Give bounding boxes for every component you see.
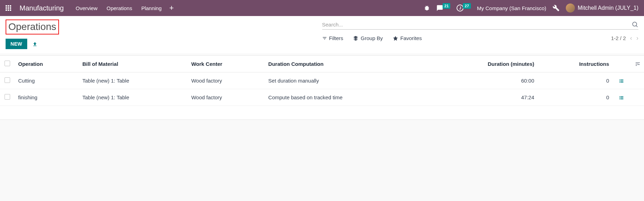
pager: 1-2 / 2 ‹ › <box>611 34 638 42</box>
svg-rect-5 <box>620 81 623 82</box>
user-name: Mitchell Admin (JULY_1) <box>578 5 638 11</box>
table-header-row: Operation Bill of Material Work Center D… <box>0 56 644 72</box>
avatar <box>566 3 575 13</box>
svg-rect-8 <box>619 96 620 97</box>
svg-rect-10 <box>619 98 620 98</box>
col-durcomp[interactable]: Duration Computation <box>265 56 429 72</box>
favorites-button[interactable]: Favorites <box>393 35 422 41</box>
activities-badge: 27 <box>463 3 471 9</box>
col-check-all[interactable] <box>0 56 15 72</box>
cell-durcomp: Compute based on tracked time <box>265 89 429 106</box>
navbar-left: Manufacturing Overview Operations Planni… <box>6 3 174 13</box>
col-instructions[interactable]: Instructions <box>538 56 613 72</box>
control-panel: Operations NEW Filters Group By <box>0 16 644 53</box>
svg-rect-12 <box>619 99 620 99</box>
pager-next-icon[interactable]: › <box>636 34 638 42</box>
filters-label: Filters <box>329 35 343 41</box>
cell-instructions: 0 <box>538 72 613 89</box>
navbar-right: 21 J 27 My Company (San Francisco) Mitch… <box>424 3 638 13</box>
checkbox-icon[interactable] <box>5 77 10 83</box>
search-row <box>322 20 639 30</box>
plus-icon[interactable]: + <box>169 4 174 12</box>
cell-duration: 60:00 <box>429 72 538 89</box>
col-bom[interactable]: Bill of Material <box>79 56 188 72</box>
cell-operation: Cutting <box>15 72 79 89</box>
filter-row: Filters Group By Favorites 1-2 / 2 ‹ › <box>322 34 639 42</box>
cell-instructions: 0 <box>538 89 613 106</box>
new-button[interactable]: NEW <box>6 39 27 49</box>
user-menu[interactable]: Mitchell Admin (JULY_1) <box>566 3 638 13</box>
table-spacer <box>0 106 644 119</box>
favorites-label: Favorites <box>400 35 422 41</box>
cell-workcenter: Wood factory <box>188 89 265 106</box>
svg-rect-13 <box>620 99 623 99</box>
svg-rect-6 <box>619 82 620 83</box>
col-settings[interactable] <box>630 56 644 72</box>
messages-badge: 21 <box>443 3 450 9</box>
list-icon[interactable] <box>619 94 624 100</box>
svg-rect-11 <box>620 98 623 98</box>
list-view: Operation Bill of Material Work Center D… <box>0 55 644 120</box>
checkbox-icon[interactable] <box>5 61 10 66</box>
search-icon[interactable] <box>631 21 638 28</box>
cell-workcenter: Wood factory <box>188 72 265 89</box>
page-title: Operations <box>6 20 59 34</box>
col-duration[interactable]: Duration (minutes) <box>429 56 538 72</box>
nav-planning[interactable]: Planning <box>140 3 163 13</box>
svg-rect-2 <box>619 79 620 80</box>
clock-icon: J <box>457 5 464 11</box>
nav-overview[interactable]: Overview <box>74 3 99 13</box>
operations-table: Operation Bill of Material Work Center D… <box>0 56 644 120</box>
pager-prev-icon[interactable]: ‹ <box>630 34 632 42</box>
col-operation[interactable]: Operation <box>15 56 79 72</box>
cell-duration: 47:24 <box>429 89 538 106</box>
groupby-label: Group By <box>361 35 383 41</box>
cell-durcomp: Set duration manually <box>265 72 429 89</box>
bug-icon[interactable] <box>424 5 430 11</box>
cp-right: Filters Group By Favorites 1-2 / 2 ‹ › <box>322 20 639 49</box>
search-input[interactable] <box>322 22 632 28</box>
activities-icon[interactable]: J 27 <box>457 5 471 11</box>
sliders-icon <box>635 61 641 67</box>
svg-rect-7 <box>620 82 623 83</box>
nav-operations[interactable]: Operations <box>105 3 133 13</box>
svg-rect-3 <box>620 79 623 80</box>
top-navbar: Manufacturing Overview Operations Planni… <box>0 0 644 16</box>
company-switcher[interactable]: My Company (San Francisco) <box>477 5 546 11</box>
table-row[interactable]: Cutting Table (new) 1: Table Wood factor… <box>0 72 644 89</box>
list-icon[interactable] <box>619 78 624 84</box>
pager-text[interactable]: 1-2 / 2 <box>611 35 626 41</box>
svg-point-0 <box>632 22 637 26</box>
tools-icon[interactable] <box>553 5 560 11</box>
groupby-button[interactable]: Group By <box>353 35 383 41</box>
upload-icon[interactable] <box>32 41 38 47</box>
messages-icon[interactable]: 21 <box>436 5 450 11</box>
cp-actions: NEW <box>6 39 322 49</box>
funnel-icon <box>322 36 327 41</box>
cell-operation: finishing <box>15 89 79 106</box>
col-workcenter[interactable]: Work Center <box>188 56 265 72</box>
cp-left: Operations NEW <box>6 20 322 49</box>
star-icon <box>393 36 398 41</box>
svg-line-1 <box>636 26 638 27</box>
apps-icon[interactable] <box>6 5 11 11</box>
app-brand[interactable]: Manufacturing <box>20 4 64 12</box>
checkbox-icon[interactable] <box>5 94 10 100</box>
svg-rect-4 <box>619 81 620 82</box>
cell-bom: Table (new) 1: Table <box>79 72 188 89</box>
table-row[interactable]: finishing Table (new) 1: Table Wood fact… <box>0 89 644 106</box>
col-row-actions <box>613 56 630 72</box>
svg-rect-9 <box>620 96 623 97</box>
filters-button[interactable]: Filters <box>322 35 343 41</box>
layers-icon <box>353 36 358 41</box>
cell-bom: Table (new) 1: Table <box>79 89 188 106</box>
